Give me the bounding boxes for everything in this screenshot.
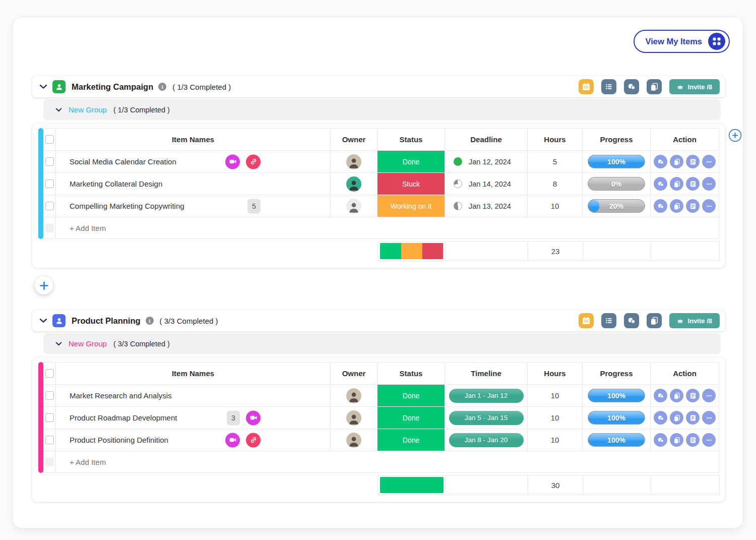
- invite-button[interactable]: Invite /8: [669, 313, 720, 328]
- add-item-button[interactable]: + Add Item: [70, 224, 106, 232]
- avatar[interactable]: [346, 388, 361, 403]
- video-icon[interactable]: [225, 433, 240, 447]
- avatar[interactable]: [346, 410, 361, 426]
- deadline-cell[interactable]: Jan 12, 2024: [445, 151, 528, 172]
- video-icon[interactable]: [225, 154, 240, 169]
- row-checkbox[interactable]: [45, 413, 54, 422]
- add-board-button[interactable]: [35, 276, 53, 294]
- group-name[interactable]: New Group: [69, 339, 107, 348]
- column-action: Action: [651, 129, 719, 150]
- deadline-cell[interactable]: Jan 13, 2024: [445, 195, 528, 217]
- notes-icon[interactable]: [686, 177, 700, 191]
- chat-icon[interactable]: [654, 155, 667, 168]
- copy-icon[interactable]: [670, 411, 683, 425]
- avatar[interactable]: [346, 433, 361, 448]
- notes-icon[interactable]: [686, 155, 700, 168]
- notes-icon[interactable]: [686, 199, 700, 213]
- avatar[interactable]: [346, 176, 361, 192]
- item-name[interactable]: Product Positioning Definition: [70, 436, 168, 444]
- timeline-pill[interactable]: Jan 8 - Jan 20: [449, 433, 524, 447]
- ellipsis-icon[interactable]: [702, 389, 716, 402]
- item-name[interactable]: Social Media Calendar Creation: [70, 157, 176, 166]
- copy-icon[interactable]: [670, 177, 683, 191]
- select-all-checkbox[interactable]: [45, 135, 54, 144]
- chevron-down-icon[interactable]: [55, 341, 62, 346]
- progress-bar[interactable]: 100%: [588, 389, 645, 402]
- view-my-items-button[interactable]: View My Items: [634, 30, 730, 53]
- group-accent-bar: [38, 128, 43, 239]
- status-pill[interactable]: Done: [377, 385, 445, 406]
- chevron-down-icon[interactable]: [55, 107, 62, 112]
- progress-bar[interactable]: 100%: [588, 411, 645, 425]
- person-icon: [52, 80, 66, 93]
- link-icon[interactable]: [246, 433, 261, 447]
- row-checkbox[interactable]: [45, 179, 54, 188]
- progress-bar[interactable]: 100%: [588, 155, 645, 168]
- row-checkbox[interactable]: [45, 391, 54, 400]
- status-pill[interactable]: Stuck: [377, 173, 445, 195]
- hours-value: 10: [551, 413, 559, 422]
- add-column-button[interactable]: [728, 129, 742, 142]
- notes-icon[interactable]: [686, 411, 700, 425]
- row-checkbox[interactable]: [45, 436, 54, 444]
- select-all-checkbox[interactable]: [45, 369, 54, 378]
- notes-icon[interactable]: [686, 389, 700, 402]
- avatar[interactable]: [346, 154, 361, 169]
- ellipsis-icon[interactable]: [702, 177, 716, 191]
- copy-icon[interactable]: [670, 199, 683, 213]
- ellipsis-icon[interactable]: [702, 155, 716, 168]
- ellipsis-icon[interactable]: [702, 433, 716, 447]
- status-pill[interactable]: Done: [377, 151, 445, 172]
- group-name[interactable]: New Group: [69, 105, 107, 114]
- row-checkbox[interactable]: [45, 202, 54, 210]
- list-icon[interactable]: [601, 313, 616, 328]
- chat-icon[interactable]: [654, 177, 667, 191]
- chat-icon[interactable]: [654, 389, 667, 402]
- link-icon[interactable]: [246, 154, 261, 169]
- status-pill[interactable]: Working on it: [377, 195, 445, 217]
- progress-bar[interactable]: 20%: [588, 199, 645, 213]
- column-item-names: Item Names: [56, 129, 331, 150]
- invite-button[interactable]: Invite /8: [669, 79, 720, 94]
- add-item-button[interactable]: + Add Item: [70, 458, 106, 466]
- list-icon[interactable]: [601, 79, 616, 94]
- calendar-icon[interactable]: [579, 79, 594, 94]
- info-icon[interactable]: i: [158, 83, 166, 91]
- copy-icon[interactable]: [670, 433, 683, 447]
- progress-bar[interactable]: 100%: [588, 433, 645, 447]
- info-icon[interactable]: i: [146, 317, 154, 325]
- completed-count: ( 3/3 Completed ): [160, 317, 218, 325]
- calendar-icon[interactable]: [579, 313, 594, 328]
- timeline-pill[interactable]: Jan 1 - Jan 12: [449, 389, 524, 403]
- timeline-pill[interactable]: Jan 5 - Jan 15: [449, 411, 524, 425]
- ellipsis-icon[interactable]: [702, 411, 716, 425]
- chevron-down-icon[interactable]: [39, 84, 47, 90]
- deadline-cell[interactable]: Jan 14, 2024: [445, 173, 528, 195]
- copy-icon[interactable]: [670, 155, 683, 168]
- chat-icon[interactable]: [624, 79, 639, 94]
- chevron-down-icon[interactable]: [39, 318, 47, 324]
- item-name[interactable]: Market Research and Analysis: [70, 391, 172, 400]
- invite-label: Invite /8: [688, 317, 712, 325]
- chat-icon[interactable]: [624, 313, 639, 328]
- item-name[interactable]: Compelling Marketing Copywriting: [70, 202, 184, 210]
- deadline-pie-icon: [454, 179, 462, 188]
- copy-icon[interactable]: [647, 313, 662, 328]
- chat-icon[interactable]: [654, 411, 667, 425]
- item-name[interactable]: Marketing Collateral Design: [70, 179, 162, 188]
- copy-icon[interactable]: [647, 79, 662, 94]
- video-icon[interactable]: [246, 410, 261, 425]
- row-checkbox[interactable]: [45, 157, 54, 166]
- progress-bar[interactable]: 0%: [588, 177, 645, 191]
- deadline-text: Jan 13, 2024: [469, 202, 511, 210]
- copy-icon[interactable]: [670, 389, 683, 402]
- avatar[interactable]: [346, 199, 361, 214]
- chat-icon[interactable]: [654, 433, 667, 447]
- item-name[interactable]: Product Roadmap Development: [70, 413, 177, 422]
- column-timeline: Timeline: [445, 363, 528, 384]
- chat-icon[interactable]: [654, 199, 667, 213]
- ellipsis-icon[interactable]: [702, 199, 716, 213]
- status-pill[interactable]: Done: [377, 407, 445, 429]
- status-pill[interactable]: Done: [377, 429, 445, 451]
- notes-icon[interactable]: [686, 433, 700, 447]
